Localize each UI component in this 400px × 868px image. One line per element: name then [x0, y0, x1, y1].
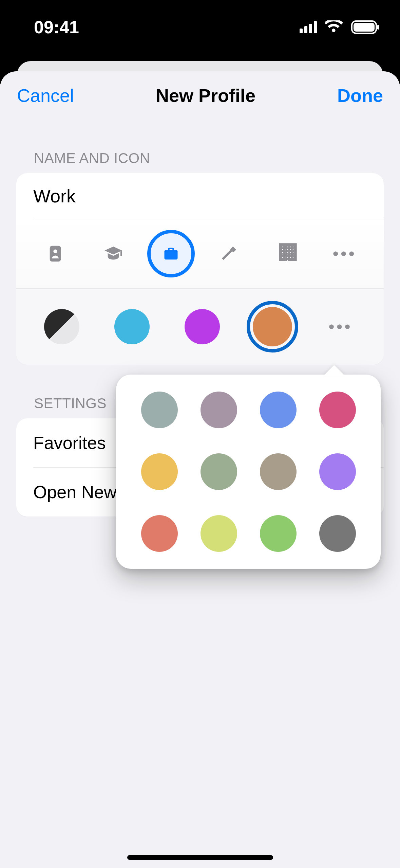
wifi-icon [325, 20, 344, 34]
popover-color-4[interactable] [141, 453, 178, 490]
status-indicators [300, 20, 380, 34]
ellipsis-icon: ••• [328, 317, 353, 337]
battery-icon [351, 20, 380, 34]
done-button[interactable]: Done [337, 85, 383, 106]
color-popover [116, 375, 381, 569]
color-option-purple[interactable] [176, 301, 228, 352]
color-picker-row: ••• [16, 289, 384, 365]
building-icon: 🏢︎ [278, 243, 296, 264]
icon-option-building[interactable]: 🏢︎ [263, 230, 310, 277]
color-swatch [185, 309, 220, 344]
popover-color-11[interactable] [319, 515, 356, 552]
popover-color-8[interactable] [141, 515, 178, 552]
svg-rect-7 [50, 246, 61, 262]
popover-color-2[interactable] [260, 392, 297, 428]
briefcase-icon [162, 245, 180, 263]
color-option-more[interactable]: ••• [317, 303, 364, 350]
svg-point-8 [54, 249, 57, 253]
color-swatch [253, 307, 292, 346]
icon-option-graduation[interactable] [90, 230, 137, 277]
icon-option-more[interactable]: ••• [321, 230, 368, 277]
cancel-button[interactable]: Cancel [17, 85, 74, 106]
nav-bar: Cancel New Profile Done [0, 71, 400, 120]
color-option-orange[interactable] [247, 301, 298, 352]
svg-rect-6 [377, 25, 379, 30]
popover-color-6[interactable] [260, 453, 297, 490]
icon-option-hammer[interactable] [205, 230, 253, 277]
icon-option-badge[interactable] [32, 230, 79, 277]
graduation-cap-icon [104, 244, 123, 263]
icon-picker-row: 🏢︎ ••• [16, 219, 384, 288]
svg-rect-1 [304, 26, 307, 33]
name-icon-card: Work 🏢︎ ••• [16, 173, 384, 365]
status-bar: 09:41 [0, 0, 400, 54]
icon-option-briefcase[interactable] [147, 230, 195, 277]
cellular-icon [300, 21, 319, 33]
modal-sheet: Cancel New Profile Done NAME AND ICON Wo… [0, 71, 400, 868]
page-title: New Profile [156, 85, 255, 106]
section-header-name-icon: NAME AND ICON [0, 120, 400, 173]
color-option-cyan[interactable] [106, 301, 158, 352]
status-time: 09:41 [34, 17, 79, 37]
color-option-bw[interactable] [36, 301, 88, 352]
svg-rect-3 [314, 21, 317, 33]
popover-color-10[interactable] [260, 515, 297, 552]
popover-color-9[interactable] [201, 515, 237, 552]
popover-color-0[interactable] [141, 392, 178, 428]
popover-color-1[interactable] [201, 392, 237, 428]
color-swatch [114, 309, 150, 344]
popover-color-5[interactable] [201, 453, 237, 490]
popover-color-7[interactable] [319, 453, 356, 490]
bw-swatch-icon [44, 309, 79, 344]
person-badge-icon [46, 244, 65, 263]
svg-rect-5 [354, 23, 375, 32]
svg-rect-0 [300, 29, 303, 33]
svg-rect-2 [309, 24, 312, 33]
ellipsis-icon: ••• [332, 244, 357, 264]
profile-name-field[interactable]: Work [16, 173, 384, 219]
home-indicator [127, 855, 273, 860]
popover-color-3[interactable] [319, 392, 356, 428]
hammer-icon [220, 244, 239, 263]
